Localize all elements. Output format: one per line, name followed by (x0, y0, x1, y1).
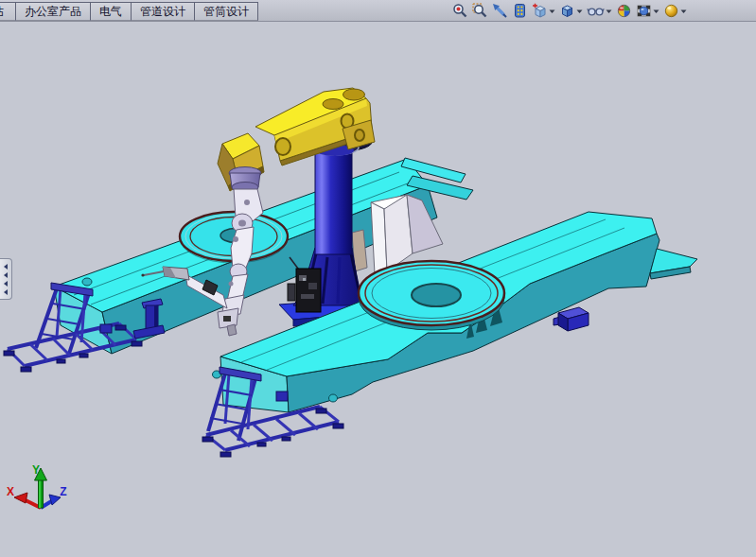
triad-y-label: Y (32, 463, 40, 477)
triad-z-label: Z (60, 485, 66, 498)
tab-evaluate-partial[interactable]: 估 (0, 2, 16, 21)
feature-panel-splitter[interactable] (0, 258, 12, 300)
dropdown-caret-icon (680, 3, 687, 19)
collapse-arrow-icon (4, 264, 8, 270)
command-manager-toolbar: 估 办公室产品 电气 管道设计 管筒设计 (0, 0, 756, 22)
tab-tubing-design[interactable]: 管筒设计 (195, 2, 258, 21)
section-view-icon[interactable] (511, 1, 529, 20)
zoom-to-area-icon[interactable] (471, 1, 489, 20)
apply-scene-icon[interactable] (635, 1, 660, 20)
previous-view-icon[interactable] (491, 1, 509, 20)
command-tabs: 估 办公室产品 电气 管道设计 管筒设计 (0, 0, 258, 21)
edit-appearance-icon[interactable] (615, 1, 633, 20)
collapse-arrow-icon (4, 289, 8, 295)
tab-office-products[interactable]: 办公室产品 (16, 2, 91, 21)
graphics-area[interactable]: X Z Y (0, 0, 756, 557)
display-style-icon[interactable] (558, 1, 584, 20)
dropdown-caret-icon (606, 3, 612, 19)
tab-electrical[interactable]: 电气 (91, 2, 132, 21)
solidworks-window: { "window": { "app": "SolidWorks 3D CAD … (0, 0, 756, 557)
dropdown-caret-icon (653, 3, 659, 19)
heads-up-view-toolbar (451, 0, 688, 21)
triad-x-label: X (7, 485, 14, 498)
dropdown-caret-icon (549, 3, 555, 19)
right-slewing-ring[interactable] (359, 261, 504, 330)
collapse-arrow-icon (4, 281, 8, 287)
zoom-to-fit-icon[interactable] (451, 1, 469, 20)
view-settings-icon[interactable] (662, 1, 688, 20)
tab-piping-design[interactable]: 管道设计 (132, 2, 195, 21)
collapse-arrow-icon (4, 272, 8, 278)
dropdown-caret-icon (576, 3, 583, 19)
view-orientation-icon[interactable] (531, 1, 556, 20)
hide-show-items-icon[interactable] (586, 1, 613, 20)
